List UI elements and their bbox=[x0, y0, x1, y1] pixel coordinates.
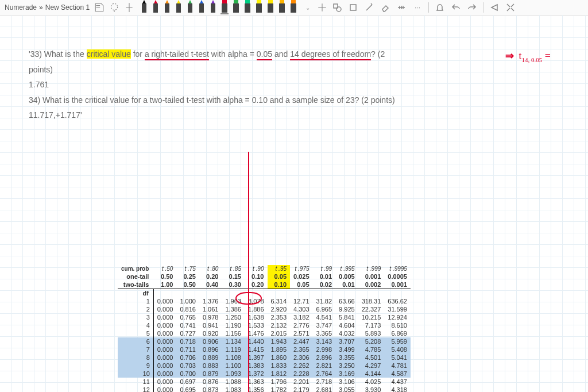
table-row: 40.0000.7410.9411.1901.5332.1322.7763.74… bbox=[118, 321, 411, 329]
q33-ul-df: 14 degrees of freedom bbox=[290, 49, 371, 60]
divider-icon[interactable] bbox=[124, 2, 134, 13]
marker-palette bbox=[139, 0, 299, 15]
svg-rect-7 bbox=[211, 3, 215, 13]
marker-dropdown-icon[interactable]: ⌄ bbox=[303, 5, 312, 11]
crop-icon[interactable] bbox=[348, 2, 358, 13]
breadcrumb-section[interactable]: New Section 1 bbox=[45, 3, 90, 11]
pen-ff8a00[interactable] bbox=[162, 0, 172, 13]
pen-e0002a[interactable] bbox=[150, 0, 161, 13]
highlighter-ffe600[interactable] bbox=[265, 0, 276, 13]
svg-rect-16 bbox=[268, 0, 273, 3]
svg-rect-21 bbox=[291, 3, 296, 13]
bell-icon[interactable] bbox=[435, 2, 445, 13]
svg-rect-3 bbox=[165, 3, 169, 13]
collapse-icon[interactable] bbox=[505, 2, 516, 13]
question-33: '33) What is the critical value for a ri… bbox=[29, 47, 505, 77]
question-block: '33) What is the critical value for a ri… bbox=[29, 47, 505, 123]
right-tools: ··· bbox=[332, 2, 516, 13]
table-row: 80.0000.7060.8891.1081.3971.8602.3062.89… bbox=[118, 353, 411, 362]
top-toolbar: Numerade » New Section 1 ⌄ ··· bbox=[0, 0, 588, 16]
svg-rect-13 bbox=[245, 3, 250, 13]
highlighter-00d084[interactable] bbox=[242, 0, 253, 13]
svg-rect-10 bbox=[234, 0, 238, 3]
q33-text: '33) What is the bbox=[29, 49, 87, 59]
red-vertical-line bbox=[248, 152, 249, 392]
table-row: 90.0000.7030.8831.1001.3831.8332.2622.82… bbox=[118, 362, 411, 370]
svg-rect-24 bbox=[350, 5, 356, 10]
red-circle-highlight bbox=[235, 292, 262, 305]
highlighter-ffb400[interactable] bbox=[277, 0, 287, 13]
q33-ul-test: a right-tailed t-test bbox=[145, 49, 209, 60]
q33-highlight: critical value bbox=[87, 49, 131, 59]
highlighter-fff200[interactable] bbox=[254, 0, 264, 13]
svg-rect-4 bbox=[176, 3, 181, 13]
table-row: 50.0000.7270.9201.1561.4762.0152.5713.36… bbox=[118, 329, 411, 337]
highlighter-e0002a[interactable] bbox=[219, 0, 230, 13]
svg-rect-12 bbox=[245, 0, 250, 3]
table-row: 60.0000.7180.9061.1341.4401.9432.4473.14… bbox=[118, 337, 411, 345]
eraser-icon[interactable] bbox=[380, 2, 390, 13]
svg-rect-1 bbox=[142, 3, 146, 13]
table-row: 110.0000.6970.8761.0881.3631.7962.2012.7… bbox=[118, 378, 411, 386]
svg-rect-15 bbox=[256, 3, 262, 13]
pen-ffe600[interactable] bbox=[173, 0, 184, 13]
handwriting-formula: ⇒ t14, 0.05 = bbox=[505, 49, 551, 63]
breadcrumb-sep: » bbox=[39, 3, 43, 11]
text-tool-icon[interactable] bbox=[94, 2, 105, 13]
question-34: 34) What is the critical value for a two… bbox=[29, 93, 505, 108]
svg-rect-5 bbox=[188, 3, 192, 13]
more-icon[interactable]: ··· bbox=[412, 2, 423, 13]
svg-rect-11 bbox=[233, 3, 239, 13]
svg-rect-8 bbox=[222, 0, 227, 3]
table-row: 100.0000.7000.8791.0931.3721.8122.2282.7… bbox=[118, 370, 411, 378]
redo-icon[interactable] bbox=[467, 2, 477, 13]
table-row: 70.0000.7110.8961.1191.4151.8952.3652.99… bbox=[118, 345, 411, 353]
svg-rect-18 bbox=[280, 0, 284, 3]
table-row: 120.0000.6950.8731.0831.3561.7822.1792.6… bbox=[118, 386, 411, 392]
highlighter-2bb24c[interactable] bbox=[231, 0, 241, 13]
breadcrumb[interactable]: Numerade » New Section 1 bbox=[5, 3, 90, 11]
svg-rect-17 bbox=[268, 3, 273, 13]
pen-7b2ec6[interactable] bbox=[208, 0, 218, 13]
ruler-icon[interactable] bbox=[396, 2, 407, 13]
highlighter-ff8a00[interactable] bbox=[288, 0, 299, 13]
q33-ul-alpha: 0.05 bbox=[257, 49, 272, 60]
svg-rect-9 bbox=[222, 3, 227, 13]
svg-rect-6 bbox=[199, 3, 204, 13]
t-distribution-table: cum. probt .50t .75t .80t .85t .90t .95t… bbox=[118, 265, 411, 392]
svg-point-0 bbox=[111, 3, 117, 10]
pen-000[interactable] bbox=[139, 0, 149, 13]
table-row: 30.0000.7650.9781.2501.6382.3533.1824.54… bbox=[118, 313, 411, 321]
add-icon[interactable] bbox=[317, 2, 327, 13]
q33-answer: 1.761 bbox=[29, 77, 505, 93]
shapes-icon[interactable] bbox=[332, 2, 342, 13]
magic-icon[interactable] bbox=[364, 2, 374, 13]
canvas-sheet[interactable]: '33) What is the critical value for a ri… bbox=[0, 15, 588, 392]
svg-rect-2 bbox=[153, 3, 158, 13]
svg-point-23 bbox=[336, 7, 341, 11]
table-row: 10.0001.0001.3761.9633.0786.31412.7131.8… bbox=[118, 297, 411, 305]
q34-answer: 11.717,+1.717' bbox=[29, 107, 505, 123]
undo-icon[interactable] bbox=[451, 2, 461, 13]
pen-1e5fd8[interactable] bbox=[196, 0, 207, 13]
svg-rect-14 bbox=[257, 0, 261, 3]
svg-rect-20 bbox=[291, 0, 296, 3]
share-icon[interactable] bbox=[489, 2, 500, 13]
arrow-icon: ⇒ bbox=[505, 50, 514, 62]
svg-rect-19 bbox=[279, 3, 285, 13]
breadcrumb-root[interactable]: Numerade bbox=[5, 3, 37, 11]
lasso-icon[interactable] bbox=[109, 2, 119, 13]
pen-2bb24c[interactable] bbox=[185, 0, 195, 13]
table-row: 20.0000.8161.0611.3861.8862.9204.3036.96… bbox=[118, 305, 411, 313]
